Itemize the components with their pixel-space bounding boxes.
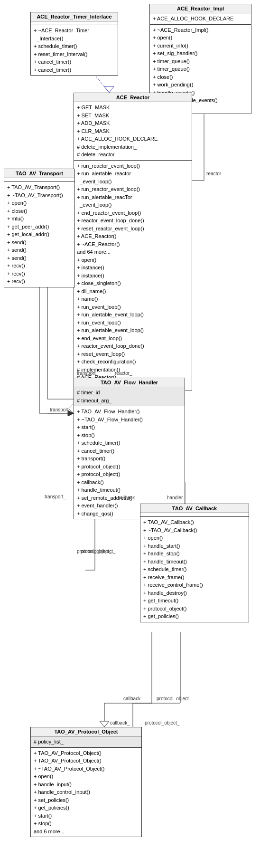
item-timer-id: # timer_id_ (77, 389, 182, 397)
item-send-3: + send() (7, 254, 72, 262)
label-handler-bottom: handler_ (167, 495, 186, 500)
section-callback-methods: + TAO_AV_Callback() + ~TAO_AV_Callback()… (140, 517, 249, 622)
item-tao-av-transport-destructor: + ~TAO_AV_Transport() (7, 191, 72, 200)
item-ace-alloc-hook-declare: + ACE_ALLOC_HOOK_DECLARE (77, 135, 189, 143)
item-callback-handle-start: + handle_start() (143, 542, 246, 550)
section-timer-interface-empty (31, 21, 118, 25)
label-reactor-above: reactor_ (115, 371, 132, 376)
item-run-event-loop-2: + run_event_loop() (77, 319, 189, 327)
item-get-mask: + GET_MASK (77, 104, 189, 112)
section-protocol-object-attrs: # policy_list_ (31, 736, 141, 748)
item-impl-destructor: + ~ACE_Reactor_Impl() (153, 26, 248, 34)
item-impl-close: + close() (153, 73, 248, 81)
item-policy-list: # policy_list_ (34, 738, 139, 746)
item-send-2: + send() (7, 246, 72, 254)
item-event-loop-1: _event_loop() (77, 178, 189, 186)
item-proto-get-policies: + get_policies() (34, 804, 139, 812)
item-run-alertable-reactor-1: + run_alertable_reactor (77, 170, 189, 178)
item-proto-start: + start() (34, 812, 139, 820)
section-transport-methods: + TAO_AV_Transport() + ~TAO_AV_Transport… (4, 182, 74, 287)
item-recv-3: + recv() (7, 277, 72, 286)
item-name: + name() (77, 295, 189, 303)
box-header-protocol-object: TAO_AV_Protocol_Object (31, 727, 141, 736)
item-run-reactor-event-loop-1: + run_reactor_event_loop() (77, 162, 189, 170)
item-alloc-hook: + ACE_ALLOC_HOOK_DECLARE (153, 15, 248, 23)
item-ace-reactor-constructor: + ACE_Reactor() (77, 232, 189, 240)
item-get-peer-addr: + get_peer_addr() (7, 223, 72, 231)
label-callback-bottom: callback_ (118, 495, 138, 500)
item-instance-2: + instance() (77, 272, 189, 280)
item-proto-handle-control-input: + handle_control_input() (34, 788, 139, 796)
item-check-reconfiguration: + check_reconfiguration() (77, 358, 189, 366)
item-set-mask: + SET_MASK (77, 112, 189, 120)
item-close-singleton: + close_singleton() (77, 279, 189, 287)
item-flow-schedule-timer: + schedule_timer() (77, 439, 182, 447)
item-flow-protocol-object-2: + protocol_object() (77, 470, 182, 478)
svg-marker-1 (104, 86, 114, 93)
section-transport-empty (4, 178, 74, 182)
item-flow-stop: + stop() (77, 431, 182, 439)
item-and-64-more: and 64 more... (77, 248, 189, 256)
item-flow-cancel-timer: + cancel_timer() (77, 447, 182, 455)
item-proto-handle-input: + handle_input() (34, 781, 139, 789)
item-flow-handler-constructor: + TAO_AV_Flow_Handler() (77, 408, 182, 416)
section-reactor-methods: + run_reactor_event_loop() + run_alertab… (74, 161, 192, 391)
item-flow-handler-destructor: + ~TAO_AV_Flow_Handler() (77, 416, 182, 424)
item-reset-reactor-event-loop: + reset_reactor_event_loop() (77, 225, 189, 233)
label-protocol-obj-middle: protocol_object_ (77, 549, 111, 554)
label-reactor-right: reactor_ (206, 171, 224, 176)
box-header-flow-handler: TAO_AV_Flow_Handler (74, 378, 185, 387)
item-impl-current-info: + current_info() (153, 42, 248, 50)
item-proto-open: + open() (34, 773, 139, 781)
item-impl-timer-queue-1: + timer_queue() (153, 57, 248, 66)
item-send-1: + send() (7, 238, 72, 247)
section-reactor-impl-constants: + ACE_ALLOC_HOOK_DECLARE (150, 13, 251, 25)
item-callback-protocol-object: + protocol_object() (143, 605, 246, 613)
item-reactor-event-loop-done: + reactor_event_loop_done() (77, 217, 189, 225)
item-cancel-timer-1: + cancel_timer() (34, 58, 115, 66)
item-recv-1: + recv() (7, 262, 72, 270)
item-cancel-timer-2: + cancel_timer() (34, 66, 115, 74)
item-transport-open: + open() (7, 199, 72, 207)
item-proto-stop: + stop() (34, 820, 139, 828)
label-callback-proto: callback_ (123, 696, 143, 701)
item-delete-implementation: # delete_implementation_ (77, 143, 189, 151)
item-proto-destructor: + ~TAO_AV_Protocol_Object() (34, 765, 139, 773)
item-run-event-loop-1: + run_event_loop() (77, 303, 189, 311)
label-transport-flow-left: transport_ (45, 494, 66, 499)
label-transport-above: transport_ (77, 371, 98, 376)
box-header-timer-interface: ACE_Reactor_Timer_Interface (31, 12, 118, 21)
item-end-event-loop: + end_event_loop() (77, 334, 189, 343)
item-delete-reactor: # delete_reactor_ (77, 151, 189, 159)
item-recv-2: + recv() (7, 270, 72, 278)
item-callback-constructor: + TAO_AV_Callback() (143, 518, 246, 526)
item-flow-callback: + callback() (77, 478, 182, 486)
item-callback-destructor: + ~TAO_AV_Callback() (143, 526, 246, 534)
item-transport-close: + close() (7, 207, 72, 215)
item-ace-reactor-destructor: + ~ACE_Reactor() (77, 240, 189, 248)
item-timer-destructor: + ~ACE_Reactor_Timer _Interface() (34, 27, 115, 42)
item-timeout-arg: # timeout_arg_ (77, 397, 182, 405)
label-protocol-obj-above-proto: protocol_object_ (145, 720, 179, 725)
section-timer-interface-methods: + ~ACE_Reactor_Timer _Interface() + sche… (31, 25, 118, 75)
item-dll-name: + dll_name() (77, 287, 189, 296)
item-callback-schedule-timer: + schedule_timer() (143, 565, 246, 573)
item-callback-handle-timeout: + handle_timeout() (143, 558, 246, 566)
box-header-reactor: ACE_Reactor (74, 93, 192, 102)
item-flow-start: + start() (77, 423, 182, 431)
box-tao-av-callback: TAO_AV_Callback + TAO_AV_Callback() + ~T… (140, 504, 249, 622)
box-header-transport: TAO_AV_Transport (4, 169, 74, 178)
item-reactor-event-loop-done-2: + reactor_event_loop_done() (77, 342, 189, 350)
item-run-reactor-event-loop-2: + run_reactor_event_loop() (77, 185, 189, 193)
box-ace-reactor-timer-interface: ACE_Reactor_Timer_Interface + ~ACE_React… (30, 12, 118, 76)
section-callback-empty (140, 513, 249, 517)
item-open: + open() (77, 256, 189, 264)
item-callback-receive-frame: + receive_frame() (143, 573, 246, 582)
item-proto-set-policies: + set_policies() (34, 796, 139, 804)
item-reset-timer-interval: + reset_timer_interval() (34, 50, 115, 58)
item-flow-handle-timeout: + handle_timeout() (77, 486, 182, 494)
label-protocol-obj-proto: protocol_object_ (157, 696, 191, 701)
item-reset-event-loop: + reset_event_loop() (77, 350, 189, 358)
item-callback-get-policies: + get_policies() (143, 612, 246, 620)
item-proto-constructor-2: + TAO_AV_Protocol_Object() (34, 757, 139, 765)
